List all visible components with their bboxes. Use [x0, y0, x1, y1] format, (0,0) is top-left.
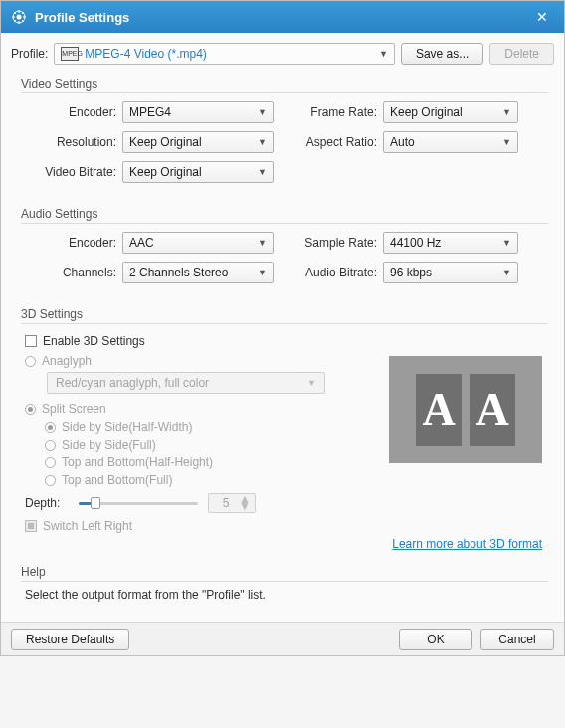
- preview-left: A: [416, 374, 462, 446]
- sample-rate-label: Sample Rate:: [293, 236, 377, 250]
- chevron-down-icon: ▼: [379, 49, 388, 59]
- anaglyph-label: Anaglyph: [42, 354, 92, 368]
- cancel-button[interactable]: Cancel: [480, 629, 554, 650]
- audio-bitrate-combo[interactable]: 96 kbps▼: [383, 262, 518, 283]
- footer: Restore Defaults OK Cancel: [1, 622, 564, 655]
- radio-icon: [45, 440, 56, 451]
- chevron-down-icon: ▼: [258, 107, 267, 117]
- split-screen-label: Split Screen: [42, 402, 106, 416]
- enable-3d-label: Enable 3D Settings: [43, 334, 145, 348]
- audio-encoder-combo[interactable]: AAC▼: [122, 232, 274, 254]
- chevron-down-icon: ▼: [258, 167, 267, 177]
- profile-combo[interactable]: MPEG MPEG-4 Video (*.mp4) ▼: [54, 43, 395, 65]
- channels-combo[interactable]: 2 Channels Stereo▼: [122, 262, 274, 283]
- radio-icon: [45, 422, 56, 433]
- switch-left-right-checkbox: Switch Left Right: [25, 519, 544, 533]
- chevron-down-icon: ▼: [258, 238, 267, 248]
- chevron-down-icon: ▼: [258, 137, 267, 147]
- learn-more-link[interactable]: Learn more about 3D format: [392, 537, 542, 551]
- depth-label: Depth:: [25, 496, 69, 510]
- sbs-full-label: Side by Side(Full): [62, 438, 156, 452]
- client-area: Profile: MPEG MPEG-4 Video (*.mp4) ▼ Sav…: [1, 33, 564, 622]
- resolution-label: Resolution:: [25, 135, 116, 149]
- frame-rate-label: Frame Rate:: [293, 105, 377, 119]
- resolution-combo[interactable]: Keep Original▼: [122, 131, 274, 153]
- help-text: Select the output format from the "Profi…: [21, 581, 548, 604]
- encoder-label: Encoder:: [25, 105, 116, 119]
- chevron-down-icon: ▼: [258, 268, 267, 277]
- depth-slider[interactable]: [79, 494, 198, 512]
- sample-rate-combo[interactable]: 44100 Hz▼: [383, 232, 518, 254]
- depth-value: 5: [213, 496, 239, 510]
- help-title: Help: [21, 563, 548, 581]
- checkbox-icon: [25, 335, 37, 347]
- svg-point-1: [17, 15, 22, 20]
- spinner-arrows-icon: ▲▼: [239, 496, 251, 510]
- sbs-half-label: Side by Side(Half-Width): [62, 420, 192, 434]
- frame-rate-combo[interactable]: Keep Original▼: [383, 101, 518, 123]
- video-settings-title: Video Settings: [21, 75, 548, 92]
- preview-right: A: [470, 374, 515, 446]
- 3d-settings-group: 3D Settings Enable 3D Settings Anaglyph …: [11, 305, 554, 551]
- dialog-title: Profile Settings: [35, 10, 530, 25]
- titlebar: Profile Settings ✕: [1, 1, 564, 33]
- depth-spinner: 5 ▲▼: [208, 493, 256, 513]
- delete-button: Delete: [489, 43, 554, 65]
- audio-encoder-label: Encoder:: [25, 236, 116, 250]
- anaglyph-combo: Red/cyan anaglyph, full color ▼: [47, 372, 325, 394]
- aspect-ratio-label: Aspect Ratio:: [293, 135, 377, 149]
- audio-settings-title: Audio Settings: [21, 205, 548, 223]
- audio-settings-group: Audio Settings Encoder: AAC▼ Sample Rate…: [11, 205, 554, 293]
- video-bitrate-combo[interactable]: Keep Original▼: [122, 161, 274, 183]
- checkbox-icon: [25, 520, 37, 532]
- 3d-settings-title: 3D Settings: [21, 305, 548, 323]
- enable-3d-checkbox[interactable]: Enable 3D Settings: [25, 334, 544, 348]
- tb-half-label: Top and Bottom(Half-Height): [62, 455, 213, 469]
- chevron-down-icon: ▼: [502, 238, 511, 248]
- close-icon[interactable]: ✕: [530, 9, 554, 25]
- profile-settings-dialog: Profile Settings ✕ Profile: MPEG MPEG-4 …: [0, 0, 565, 656]
- profile-value: MPEG-4 Video (*.mp4): [85, 47, 379, 61]
- chevron-down-icon: ▼: [502, 268, 511, 277]
- tb-full-radio: Top and Bottom(Full): [45, 473, 544, 487]
- switch-lr-label: Switch Left Right: [43, 519, 132, 533]
- profile-row: Profile: MPEG MPEG-4 Video (*.mp4) ▼ Sav…: [11, 43, 554, 65]
- chevron-down-icon: ▼: [502, 107, 511, 117]
- format-icon: MPEG: [61, 47, 79, 61]
- ok-button[interactable]: OK: [399, 629, 472, 650]
- chevron-down-icon: ▼: [502, 137, 511, 147]
- radio-icon: [45, 475, 56, 486]
- video-bitrate-label: Video Bitrate:: [25, 165, 116, 179]
- tb-full-label: Top and Bottom(Full): [62, 473, 172, 487]
- radio-icon: [25, 404, 36, 415]
- restore-defaults-button[interactable]: Restore Defaults: [11, 629, 129, 650]
- video-encoder-combo[interactable]: MPEG4▼: [122, 101, 274, 123]
- aspect-ratio-combo[interactable]: Auto▼: [383, 131, 518, 153]
- video-settings-group: Video Settings Encoder: MPEG4▼ Frame Rat…: [11, 75, 554, 193]
- audio-bitrate-label: Audio Bitrate:: [293, 266, 377, 279]
- radio-icon: [45, 457, 56, 468]
- help-group: Help Select the output format from the "…: [11, 563, 554, 604]
- app-icon: [11, 9, 27, 25]
- chevron-down-icon: ▼: [307, 378, 316, 388]
- profile-label: Profile:: [11, 47, 48, 61]
- slider-thumb[interactable]: [91, 497, 100, 509]
- radio-icon: [25, 356, 36, 367]
- 3d-preview: A A: [389, 356, 542, 463]
- save-as-button[interactable]: Save as...: [401, 43, 483, 65]
- channels-label: Channels:: [25, 266, 116, 279]
- anaglyph-value: Red/cyan anaglyph, full color: [56, 376, 209, 390]
